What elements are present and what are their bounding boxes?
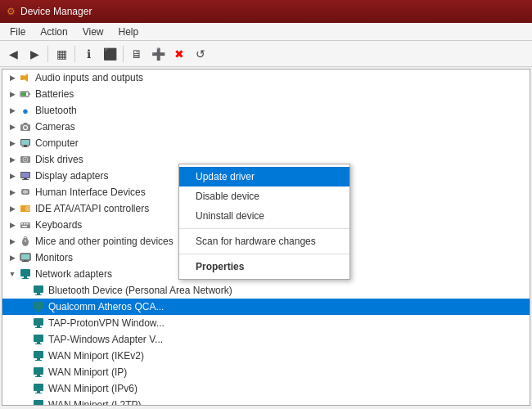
ctx-separator bbox=[179, 228, 349, 229]
svg-rect-63 bbox=[34, 400, 43, 406]
svg-rect-44 bbox=[35, 294, 42, 295]
expander-cameras[interactable] bbox=[6, 120, 19, 133]
expander-monitors[interactable] bbox=[6, 251, 19, 264]
tree-icon-net-qualcomm bbox=[32, 300, 45, 313]
tree-label-ide: IDE ATA/ATAPI controllers bbox=[35, 203, 149, 214]
toolbar-sep-1 bbox=[47, 46, 48, 62]
svg-rect-58 bbox=[37, 375, 40, 376]
tree-icon-network bbox=[19, 267, 32, 281]
forward-button[interactable]: ▶ bbox=[25, 44, 44, 64]
svg-rect-59 bbox=[35, 376, 42, 377]
svg-rect-31 bbox=[22, 226, 27, 227]
tree-icon-computer bbox=[19, 137, 32, 150]
expander-bluetooth[interactable] bbox=[6, 104, 19, 117]
expander-disk-drives[interactable] bbox=[6, 153, 19, 166]
svg-rect-27 bbox=[21, 223, 23, 225]
tree-item-net-wan-ip[interactable]: WAN Miniport (IP) bbox=[2, 364, 530, 380]
expander-display[interactable] bbox=[6, 169, 19, 182]
expander-net-tap-proton bbox=[19, 317, 32, 330]
tree-item-net-tap-adapter[interactable]: TAP-Windows Adapter V... bbox=[2, 331, 530, 348]
remove-button[interactable]: ✖ bbox=[169, 44, 189, 64]
ctx-item-update-driver[interactable]: Update driver bbox=[179, 167, 349, 187]
tree-label-mice: Mice and other pointing devices bbox=[35, 236, 174, 247]
svg-rect-62 bbox=[35, 393, 42, 393]
svg-point-25 bbox=[27, 208, 29, 209]
tree-item-net-tap-proton[interactable]: TAP-ProtonVPN Window... bbox=[2, 315, 530, 331]
menu-item-view[interactable]: View bbox=[76, 25, 110, 39]
tree-item-cameras[interactable]: Cameras bbox=[2, 119, 530, 135]
svg-rect-42 bbox=[34, 285, 43, 293]
tree-icon-hid bbox=[19, 186, 32, 199]
expander-net-wan-ipv6 bbox=[19, 382, 32, 395]
tree-item-net-wan-ipv6[interactable]: WAN Miniport (IPv6) bbox=[2, 380, 530, 397]
expander-net-bt bbox=[19, 284, 32, 297]
svg-rect-17 bbox=[24, 178, 27, 179]
tree-label-audio: Audio inputs and outputs bbox=[35, 72, 143, 83]
svg-rect-30 bbox=[29, 223, 29, 225]
svg-rect-11 bbox=[22, 146, 29, 147]
tree-label-keyboards: Keyboards bbox=[35, 219, 82, 231]
scan-button[interactable]: 🖥 bbox=[127, 44, 147, 64]
tree-icon-disk-drives bbox=[19, 153, 32, 166]
expander-network[interactable] bbox=[6, 267, 19, 281]
tree-icon-net-wan-ikev2 bbox=[32, 349, 45, 362]
tree-item-batteries[interactable]: Batteries bbox=[2, 86, 530, 102]
svg-rect-56 bbox=[35, 360, 42, 361]
tree-item-computer[interactable]: Computer bbox=[2, 135, 530, 151]
ctx-item-disable-device[interactable]: Disable device bbox=[179, 187, 349, 206]
tree-label-display: Display adapters bbox=[35, 170, 108, 182]
svg-rect-16 bbox=[21, 173, 29, 178]
expander-net-qualcomm bbox=[19, 300, 32, 313]
tree-icon-net-wan-l2tp bbox=[32, 398, 45, 406]
tree-item-bluetooth[interactable]: ●Bluetooth bbox=[2, 102, 530, 119]
tree-icon-batteries bbox=[19, 88, 32, 101]
title-bar-text: Device Manager bbox=[20, 6, 92, 17]
expander-mice[interactable] bbox=[6, 235, 19, 248]
svg-rect-53 bbox=[35, 344, 42, 344]
tree-label-disk-drives: Disk drives bbox=[35, 154, 83, 165]
add-button[interactable]: ➕ bbox=[148, 44, 168, 64]
toolbar-sep-2 bbox=[74, 46, 75, 62]
svg-rect-54 bbox=[34, 351, 43, 358]
ctx-item-uninstall-device[interactable]: Uninstall device bbox=[179, 206, 349, 226]
tree-label-monitors: Monitors bbox=[35, 252, 73, 263]
expander-computer[interactable] bbox=[6, 137, 19, 150]
tree-icon-net-wan-ipv6 bbox=[32, 382, 45, 395]
refresh-button[interactable]: ↺ bbox=[191, 44, 210, 64]
svg-rect-28 bbox=[24, 223, 25, 225]
ctx-item-scan[interactable]: Scan for hardware changes bbox=[179, 231, 349, 251]
update-driver-button[interactable]: ⬛ bbox=[100, 44, 119, 64]
expander-net-wan-l2tp bbox=[19, 398, 32, 406]
tree-item-net-wan-ikev2[interactable]: WAN Miniport (IKEv2) bbox=[2, 348, 530, 364]
menu-item-action[interactable]: Action bbox=[34, 25, 74, 39]
svg-rect-50 bbox=[35, 327, 42, 328]
expander-audio[interactable] bbox=[6, 71, 19, 84]
menu-item-help[interactable]: Help bbox=[112, 25, 146, 39]
tree-icon-cameras bbox=[19, 120, 32, 133]
back-button[interactable]: ◀ bbox=[3, 44, 23, 64]
tree-label-network: Network adapters bbox=[35, 268, 112, 280]
tree-item-net-wan-l2tp[interactable]: WAN Miniport (L2TP) bbox=[2, 397, 530, 406]
svg-rect-49 bbox=[37, 326, 40, 327]
tree-label-batteries: Batteries bbox=[35, 88, 74, 100]
tree-item-audio[interactable]: Audio inputs and outputs bbox=[2, 70, 530, 86]
svg-rect-57 bbox=[34, 367, 43, 375]
svg-rect-51 bbox=[34, 335, 43, 342]
expander-ide[interactable] bbox=[6, 202, 19, 215]
tree-item-net-qualcomm[interactable]: Qualcomm Atheros QCA... bbox=[2, 299, 530, 315]
tree-item-net-bt[interactable]: Bluetooth Device (Personal Area Network) bbox=[2, 282, 530, 299]
expander-hid[interactable] bbox=[6, 186, 19, 199]
tree-label-computer: Computer bbox=[35, 137, 79, 149]
expander-batteries[interactable] bbox=[6, 88, 19, 101]
properties-button[interactable]: ℹ bbox=[79, 44, 98, 64]
ctx-item-properties[interactable]: Properties bbox=[179, 257, 349, 276]
svg-rect-43 bbox=[37, 293, 40, 294]
title-bar-icon: ⚙ bbox=[7, 6, 16, 17]
svg-rect-48 bbox=[34, 318, 43, 326]
expander-net-wan-ikev2 bbox=[19, 349, 32, 362]
show-hide-button[interactable]: ▦ bbox=[52, 44, 71, 64]
expander-keyboards[interactable] bbox=[6, 218, 19, 231]
svg-rect-29 bbox=[26, 223, 28, 225]
svg-rect-45 bbox=[34, 302, 43, 309]
menu-item-file[interactable]: File bbox=[3, 25, 32, 39]
